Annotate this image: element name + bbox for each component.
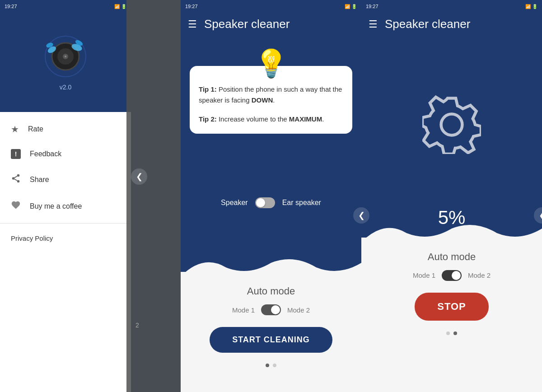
svg-point-10: [12, 177, 15, 180]
mode-toggle-row-mid: Mode 1 Mode 2: [232, 304, 310, 315]
app-header-mid: ☰ Speaker cleaner: [181, 13, 361, 38]
sidebar-menu: 19:27 📶 🔋 v2.0 ★: [0, 0, 131, 392]
tip1-label: Tip 1:: [199, 85, 217, 93]
speaker-label: Speaker: [221, 199, 248, 207]
panel-left: 19:27 📶 🔋 v2.0 ★: [0, 0, 181, 392]
time-right: 19:27: [366, 4, 378, 9]
ear-speaker-label: Ear speaker: [282, 199, 321, 207]
tip2-body: Increase volume to the MAXIMUM.: [219, 115, 324, 123]
signal-icons-mid: 📶 🔋: [345, 4, 357, 9]
sidebar-version: v2.0: [60, 84, 71, 91]
rate-label: Rate: [28, 125, 43, 133]
auto-mode-mid: Auto mode: [247, 285, 295, 297]
dot-inactive-mid: [273, 364, 276, 367]
panel-overlay: 2 ❮: [126, 0, 181, 392]
time-left: 19:27: [5, 4, 17, 9]
panel-mid: 19:27 📶 🔋 ☰ Speaker cleaner 💡 Tip 1: Pos…: [181, 0, 361, 392]
app-title-mid: Speaker cleaner: [204, 17, 290, 31]
svg-point-9: [17, 174, 20, 177]
app-header-right: ☰ Speaker cleaner: [361, 13, 542, 38]
menu-items: ★ Rate ! Feedback Share: [0, 112, 131, 392]
app-logo: [43, 34, 88, 79]
wave-content-right: Auto mode Mode 1 Mode 2 STOP: [361, 238, 542, 340]
gear-icon: [422, 95, 481, 154]
dots-row-mid: [266, 364, 276, 372]
menu-item-share[interactable]: Share: [0, 166, 131, 193]
dot-active-mid: [266, 364, 269, 367]
star-icon: ★: [11, 124, 19, 135]
mode2-label-right: Mode 2: [468, 271, 491, 279]
wave-bottom-right: Auto mode Mode 1 Mode 2 STOP: [361, 238, 542, 392]
dots-row-right: [446, 331, 457, 340]
wave-svg-right: [361, 219, 542, 242]
status-bar-mid: 19:27 📶 🔋: [181, 0, 361, 13]
start-cleaning-button[interactable]: START CLEANING: [210, 327, 332, 353]
speaker-toggle-area: Speaker Ear speaker: [181, 134, 361, 272]
tip-area: 💡 Tip 1: Position the phone in such a wa…: [181, 38, 361, 134]
menu-item-feedback[interactable]: ! Feedback: [0, 142, 131, 166]
time-mid: 19:27: [185, 4, 198, 9]
feedback-icon: !: [11, 149, 21, 159]
tip2-text: Tip 2: Increase volume to the MAXIMUM.: [199, 114, 343, 125]
page-number-left: 2: [136, 322, 139, 329]
menu-item-buy-coffee[interactable]: Buy me a coffee: [0, 193, 131, 219]
stop-button[interactable]: STOP: [415, 293, 489, 321]
mode2-label-mid: Mode 2: [287, 306, 310, 314]
mode1-label-right: Mode 1: [413, 271, 435, 279]
signal-icons-right: 📶 🔋: [525, 4, 537, 9]
privacy-label: Privacy Policy: [11, 234, 53, 242]
tip1-body: Position the phone in such a way that th…: [199, 85, 342, 104]
heart-icon: [11, 200, 21, 212]
mode1-label-mid: Mode 1: [232, 306, 255, 314]
menu-item-privacy[interactable]: Privacy Policy: [0, 227, 131, 249]
svg-point-11: [17, 180, 20, 183]
status-bar-right: 19:27 📶 🔋: [361, 0, 542, 13]
dot-active-right: [453, 331, 457, 335]
hamburger-icon-mid[interactable]: ☰: [188, 19, 197, 30]
back-arrow-mid[interactable]: ❮: [353, 207, 369, 224]
panel-right: 19:27 📶 🔋 ☰ Speaker cleaner 5% Auto mode…: [361, 0, 542, 392]
svg-line-12: [14, 179, 17, 181]
svg-point-14: [441, 114, 463, 135]
wave-svg-mid: [181, 254, 361, 276]
auto-mode-right: Auto mode: [428, 251, 476, 263]
back-arrow-left[interactable]: ❮: [131, 168, 147, 185]
tip1-text: Tip 1: Position the phone in such a way …: [199, 84, 343, 106]
speaker-toggle[interactable]: [255, 197, 275, 208]
signal-icons-left: 📶 🔋: [114, 4, 126, 9]
mode-toggle-thumb-right: [452, 271, 461, 280]
share-label: Share: [30, 176, 49, 184]
svg-line-13: [14, 176, 17, 178]
mode-toggle-right[interactable]: [442, 270, 462, 281]
buy-coffee-label: Buy me a coffee: [30, 202, 82, 210]
svg-point-4: [65, 56, 66, 57]
mode-toggle-mid[interactable]: [261, 304, 281, 315]
share-icon: [11, 173, 21, 186]
tip2-label: Tip 2:: [199, 115, 217, 123]
lightbulb-icon: 💡: [254, 47, 288, 79]
feedback-label: Feedback: [30, 150, 61, 158]
hamburger-icon-right[interactable]: ☰: [369, 19, 378, 30]
menu-item-rate[interactable]: ★ Rate: [0, 117, 131, 142]
menu-divider: [0, 223, 131, 224]
wave-content-mid: Auto mode Mode 1 Mode 2 START CLEANING: [181, 272, 361, 372]
wave-bottom-mid: Auto mode Mode 1 Mode 2 START CLEANING: [181, 272, 361, 392]
mode-toggle-thumb-mid: [271, 305, 280, 314]
toggle-thumb-speaker: [256, 198, 265, 207]
status-bar-left: 19:27 📶 🔋: [0, 0, 131, 13]
app-title-right: Speaker cleaner: [385, 17, 470, 31]
mode-toggle-row-right: Mode 1 Mode 2: [413, 270, 491, 281]
dot-inactive-right1: [446, 331, 450, 335]
gear-area: [361, 38, 542, 202]
sidebar-header: v2.0: [0, 13, 131, 112]
